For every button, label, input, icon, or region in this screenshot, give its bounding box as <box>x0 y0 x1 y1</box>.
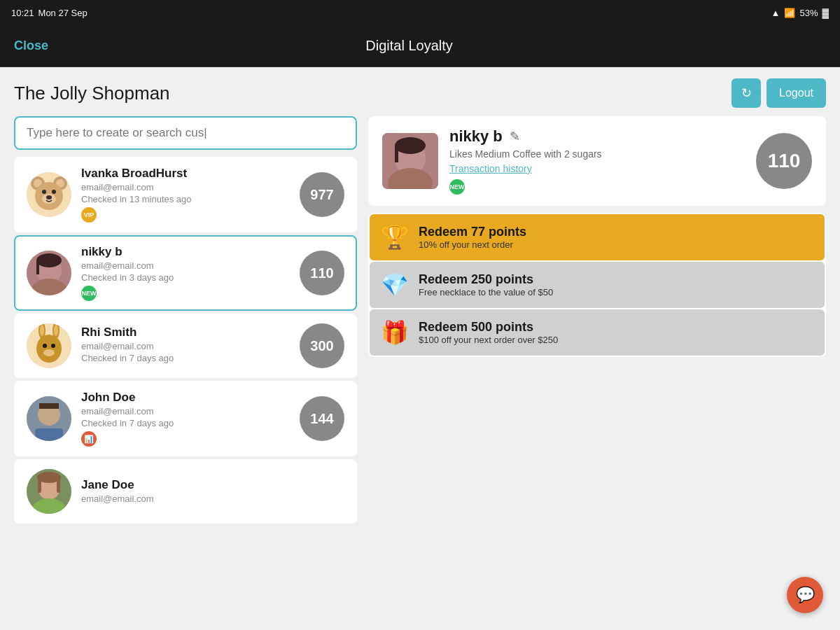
app-header: Close Digital Loyalty <box>0 25 840 67</box>
customer-info: Jane Doe email@email.com <box>81 478 344 505</box>
customer-checkin: Checked in 3 days ago <box>81 272 290 283</box>
avatar <box>27 469 71 514</box>
customer-checkin: Checked in 7 days ago <box>81 418 290 428</box>
right-column: nikky b ✎ Likes Medium Coffee with 2 sug… <box>368 116 826 619</box>
customer-info: John Doe email@email.com Checked in 7 da… <box>81 391 290 447</box>
svg-point-9 <box>46 195 52 200</box>
shop-title: The Jolly Shopman <box>14 83 170 104</box>
svg-point-22 <box>51 344 55 348</box>
reward-title: Redeem 77 points <box>419 225 526 239</box>
bar-badge: 📊 <box>81 431 97 447</box>
svg-point-7 <box>52 190 56 194</box>
profile-preference: Likes Medium Coffee with 2 sugars <box>449 148 745 160</box>
points-circle: 977 <box>300 172 344 217</box>
svg-rect-27 <box>35 428 63 441</box>
rewards-container: 🏆 Redeem 77 points 10% off your next ord… <box>368 213 826 357</box>
battery-label: 53% <box>799 8 818 18</box>
location-icon: ▲ <box>771 8 780 18</box>
list-item[interactable]: Jane Doe email@email.com <box>14 459 357 524</box>
trophy-icon: 🏆 <box>381 224 409 251</box>
vip-badge: VIP <box>81 207 97 223</box>
top-row: The Jolly Shopman ↻ Logout <box>14 78 826 108</box>
customer-name: Rhi Smith <box>81 326 290 340</box>
reward-subtitle: $100 off your next order over $250 <box>419 335 558 345</box>
customer-info: nikky b email@email.com Checked in 3 day… <box>81 245 290 301</box>
status-bar: 10:21 Mon 27 Sep ▲ 📶 53% ▓ <box>0 0 840 25</box>
reward-item[interactable]: 💎 Redeem 250 points Free necklace to the… <box>370 262 825 308</box>
customer-list: Ivanka BroadHurst email@email.com Checke… <box>14 157 357 524</box>
svg-point-6 <box>42 190 46 194</box>
battery-icon: ▓ <box>822 8 829 18</box>
avatar <box>27 251 71 295</box>
svg-point-16 <box>36 335 62 363</box>
customer-info: Rhi Smith email@email.com Checked in 7 d… <box>81 326 290 366</box>
reward-text: Redeem 250 points Free necklace to the v… <box>419 272 553 298</box>
svg-point-19 <box>40 325 44 336</box>
customer-info: Ivanka BroadHurst email@email.com Checke… <box>81 167 290 223</box>
date: Mon 27 Sep <box>38 8 88 18</box>
reward-title: Redeem 250 points <box>419 272 553 287</box>
new-badge: NEW <box>449 179 465 195</box>
customer-name: nikky b <box>81 245 290 259</box>
customer-checkin: Checked in 13 minutes ago <box>81 194 290 204</box>
search-input[interactable] <box>14 116 357 150</box>
svg-rect-28 <box>39 403 59 409</box>
list-item[interactable]: Ivanka BroadHurst email@email.com Checke… <box>14 157 357 232</box>
points-circle: 144 <box>300 396 344 441</box>
svg-point-38 <box>395 137 426 154</box>
refresh-icon: ↻ <box>741 85 752 101</box>
list-item[interactable]: John Doe email@email.com Checked in 7 da… <box>14 381 357 456</box>
svg-point-13 <box>36 253 62 267</box>
points-circle: 300 <box>300 323 344 368</box>
customer-email: email@email.com <box>81 493 344 504</box>
close-button[interactable]: Close <box>14 38 48 53</box>
customer-name: Ivanka BroadHurst <box>81 167 290 181</box>
transaction-history-link[interactable]: Transaction history <box>449 163 532 174</box>
chat-button[interactable]: 💬 <box>787 577 823 613</box>
new-badge: NEW <box>81 286 97 301</box>
customer-email: email@email.com <box>81 260 290 271</box>
top-row-right: ↻ Logout <box>732 78 826 108</box>
reward-text: Redeem 77 points 10% off your next order <box>419 225 526 250</box>
two-column-layout: Ivanka BroadHurst email@email.com Checke… <box>14 116 826 619</box>
profile-new-badge: NEW <box>449 179 745 195</box>
main-content: The Jolly Shopman ↻ Logout <box>0 67 840 630</box>
profile-card: nikky b ✎ Likes Medium Coffee with 2 sug… <box>368 116 826 206</box>
profile-points: 110 <box>756 133 812 189</box>
logout-button[interactable]: Logout <box>766 78 826 108</box>
gift-icon: 🎁 <box>381 319 409 346</box>
svg-rect-14 <box>36 260 39 274</box>
svg-rect-39 <box>395 146 398 162</box>
svg-point-24 <box>43 349 55 356</box>
reward-item[interactable]: 🏆 Redeem 77 points 10% off your next ord… <box>370 214 825 260</box>
list-item[interactable]: Rhi Smith email@email.com Checked in 7 d… <box>14 314 357 378</box>
list-item[interactable]: nikky b email@email.com Checked in 3 day… <box>14 235 357 311</box>
points-circle: 110 <box>300 251 344 295</box>
left-column: Ivanka BroadHurst email@email.com Checke… <box>14 116 357 619</box>
profile-info: nikky b ✎ Likes Medium Coffee with 2 sug… <box>449 127 745 195</box>
profile-name: nikky b <box>449 127 503 146</box>
wifi-icon: 📶 <box>784 8 795 18</box>
profile-name-row: nikky b ✎ <box>449 127 745 146</box>
time: 10:21 <box>11 8 34 18</box>
reward-subtitle: Free necklace to the value of $50 <box>419 287 553 298</box>
reward-title: Redeem 500 points <box>419 320 558 335</box>
profile-photo <box>382 133 438 189</box>
customer-name: John Doe <box>81 391 290 405</box>
customer-email: email@email.com <box>81 182 290 192</box>
reward-item[interactable]: 🎁 Redeem 500 points $100 off your next o… <box>370 309 825 356</box>
svg-rect-33 <box>38 477 41 493</box>
app-title: Digital Loyalty <box>365 38 453 54</box>
customer-checkin: Checked in 7 days ago <box>81 353 290 363</box>
diamond-icon: 💎 <box>381 272 409 298</box>
customer-email: email@email.com <box>81 406 290 416</box>
status-bar-right: ▲ 📶 53% ▓ <box>771 8 829 18</box>
svg-point-20 <box>54 325 58 336</box>
avatar <box>27 323 71 368</box>
edit-icon[interactable]: ✎ <box>510 129 520 144</box>
reward-subtitle: 10% off your next order <box>419 239 526 250</box>
refresh-button[interactable]: ↻ <box>732 78 761 108</box>
avatar <box>27 396 71 441</box>
chat-icon: 💬 <box>796 586 815 604</box>
customer-email: email@email.com <box>81 341 290 351</box>
